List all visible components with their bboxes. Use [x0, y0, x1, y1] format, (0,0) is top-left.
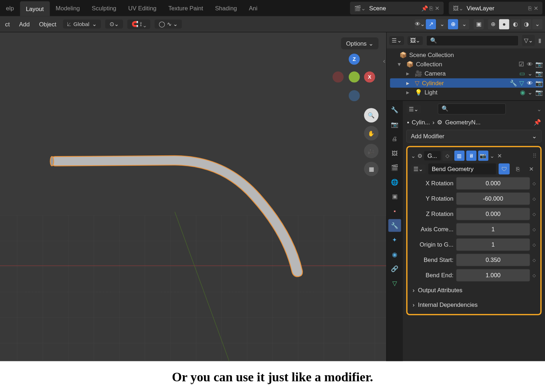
modifier-name[interactable]: G...: [424, 151, 440, 160]
attribute-toggle-icon[interactable]: ◇: [533, 242, 537, 247]
breadcrumb-object[interactable]: Cylin...: [412, 119, 430, 125]
tab-scene[interactable]: 🎬: [388, 161, 401, 174]
checkbox-icon[interactable]: ☑: [519, 61, 524, 68]
gizmo-dropdown[interactable]: ⌄: [437, 19, 447, 29]
attribute-toggle-icon[interactable]: ◇: [533, 258, 537, 262]
input-x-rotation[interactable]: 0.000: [456, 177, 530, 190]
gizmo-neg-z[interactable]: [349, 90, 360, 101]
pin-icon[interactable]: 📌: [421, 5, 428, 11]
eye-icon[interactable]: 👁: [527, 79, 533, 86]
filter-icon[interactable]: ▽⌄: [522, 35, 535, 46]
shading-dropdown[interactable]: ⌄: [532, 19, 543, 29]
transform-orientation[interactable]: ⟀ Global ⌄: [63, 20, 101, 29]
new-viewlayer-icon[interactable]: ⎘: [528, 5, 532, 11]
render-toggle[interactable]: 📷: [478, 151, 488, 161]
tab-modifiers[interactable]: 🔧: [388, 219, 401, 232]
overlay-dropdown[interactable]: ⌄: [459, 19, 469, 29]
disclose-icon[interactable]: ▸: [406, 79, 412, 86]
hide-icon[interactable]: ⌄: [528, 89, 533, 96]
tab-constraints[interactable]: 🔗: [388, 263, 401, 275]
tab-data[interactable]: ▽: [388, 277, 401, 290]
outliner-search[interactable]: 🔍: [426, 35, 519, 46]
extras-dropdown[interactable]: ⌄: [490, 153, 494, 159]
attribute-toggle-icon[interactable]: ◇: [533, 196, 537, 201]
proportional-edit[interactable]: ◯ ∿ ⌄: [154, 20, 182, 29]
attribute-toggle-icon[interactable]: ◇: [533, 227, 537, 232]
gizmo-z-axis[interactable]: Z: [349, 53, 360, 65]
options-icon[interactable]: ⌄: [537, 106, 541, 112]
options-dropdown[interactable]: Options ⌄: [341, 37, 378, 49]
disclose-icon[interactable]: ▸: [406, 89, 412, 96]
tab-layout[interactable]: Layout: [20, 1, 50, 16]
drag-icon[interactable]: ⠿: [533, 153, 537, 159]
camera-view-icon[interactable]: 🎥: [364, 144, 379, 158]
render-icon[interactable]: 📷: [535, 70, 543, 77]
sidebar-collapse-icon[interactable]: ‹: [383, 57, 385, 65]
tab-sculpting[interactable]: Sculpting: [86, 0, 122, 16]
input-axis-corr[interactable]: 1: [456, 223, 530, 236]
outliner-display[interactable]: 🖼⌄: [407, 36, 423, 45]
copy-icon[interactable]: ⎘: [512, 163, 523, 174]
viewlayer-selector[interactable]: 🖼⌄ ViewLayer ⎘ ✕: [449, 2, 543, 15]
outliner-item-light[interactable]: ▸ 💡 Light ◉ ⌄ 📷: [390, 88, 543, 97]
unlink-icon[interactable]: ✕: [526, 163, 537, 174]
help-menu[interactable]: elp: [0, 0, 20, 16]
hide-icon[interactable]: ⌄: [528, 70, 533, 77]
gizmo-x-axis[interactable]: X: [364, 72, 375, 83]
scene-collection-row[interactable]: 📦 Scene Collection: [390, 50, 543, 60]
render-icon[interactable]: 📷: [535, 89, 543, 96]
nodegroup-name[interactable]: Bend Geometry: [428, 163, 496, 174]
render-icon[interactable]: 📷: [535, 61, 543, 68]
shading-rendered[interactable]: ◑: [521, 19, 531, 29]
collapse-icon[interactable]: ⌄: [411, 153, 416, 159]
outliner-item-cylinder[interactable]: ▸ ▽ Cylinder 🔧 ▽ 👁 📷: [390, 78, 543, 88]
internal-dependencies-section[interactable]: › Internal Dependencies: [411, 299, 537, 310]
fake-user-icon[interactable]: 🛡: [499, 163, 510, 174]
tab-world[interactable]: 🌐: [388, 176, 401, 189]
zoom-icon[interactable]: 🔍: [364, 108, 379, 123]
eye-icon[interactable]: 👁: [527, 61, 533, 68]
nodegroup-browse[interactable]: ☰⌄: [411, 164, 426, 173]
render-icon[interactable]: 📷: [535, 79, 543, 86]
close-icon[interactable]: ✕: [497, 153, 502, 159]
perspective-icon[interactable]: ▦: [364, 162, 379, 176]
attribute-toggle-icon[interactable]: ◇: [533, 273, 537, 278]
delete-scene-icon[interactable]: ✕: [435, 5, 439, 11]
disclose-icon[interactable]: ▸: [406, 70, 412, 77]
gizmo-center[interactable]: [349, 72, 360, 83]
shading-wireframe[interactable]: ⊕: [488, 19, 498, 29]
pin-icon[interactable]: 📌: [534, 119, 541, 125]
visibility-icon[interactable]: 👁⌄: [415, 19, 425, 29]
shading-solid[interactable]: ●: [499, 19, 509, 29]
tab-modeling[interactable]: Modeling: [50, 0, 86, 16]
3d-viewport[interactable]: Options ⌄ ‹ Z X 🔍 ✋ 🎥 ▦: [0, 32, 386, 361]
nav-gizmo[interactable]: Z X: [332, 53, 375, 104]
new-scene-icon[interactable]: ⎘: [429, 5, 433, 11]
tab-viewlayer[interactable]: 🖼: [388, 147, 401, 160]
tab-tool[interactable]: 🔧: [388, 103, 401, 116]
tab-object[interactable]: ▪: [388, 205, 401, 217]
add-menu[interactable]: Add: [16, 19, 32, 29]
object-menu[interactable]: Object: [36, 19, 59, 29]
properties-search[interactable]: 🔍: [438, 103, 506, 114]
select-menu[interactable]: ct: [2, 19, 12, 29]
output-attributes-section[interactable]: › Output Attributes: [411, 284, 537, 296]
input-y-rotation[interactable]: -60.000: [456, 192, 530, 205]
breadcrumb-modifier[interactable]: GeometryN...: [445, 119, 480, 125]
xray-toggle[interactable]: ▣: [473, 19, 484, 29]
add-modifier-button[interactable]: Add Modifier ⌄: [406, 130, 542, 143]
scene-selector[interactable]: 🎬⌄ Scene 📌 ⎘ ✕: [350, 2, 444, 15]
overlay-toggle[interactable]: ⊕: [448, 19, 458, 29]
collection-row[interactable]: ▾ 📦 Collection ☑ 👁 📷: [390, 60, 543, 69]
outliner-item-camera[interactable]: ▸ 🎥 Camera ▭ ⌄ 📷: [390, 69, 543, 78]
attribute-toggle-icon[interactable]: ◇: [533, 212, 537, 216]
input-z-rotation[interactable]: 0.000: [456, 208, 530, 221]
outliner-mode[interactable]: ☰⌄: [389, 36, 404, 45]
tab-physics[interactable]: ◉: [388, 248, 401, 261]
properties-mode[interactable]: ☰⌄: [406, 104, 421, 113]
cage-toggle[interactable]: ◇: [442, 151, 453, 161]
input-bend-start[interactable]: 0.350: [456, 253, 530, 266]
gizmo-toggle[interactable]: ↗: [426, 19, 436, 29]
delete-viewlayer-icon[interactable]: ✕: [534, 5, 538, 11]
disclose-icon[interactable]: ▾: [398, 61, 404, 68]
